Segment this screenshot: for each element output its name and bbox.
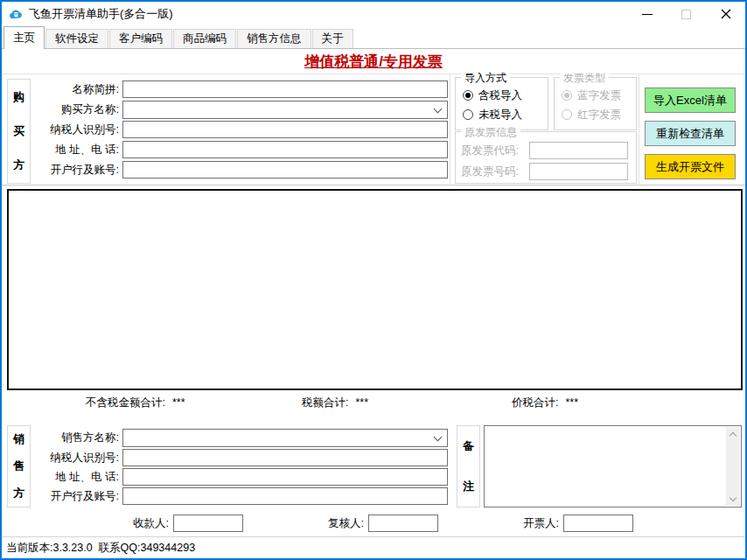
scroll-up-icon[interactable] bbox=[726, 427, 740, 441]
invoice-type-groupbox: 发票类型 蓝字发票 红字发票 bbox=[554, 77, 637, 130]
remark-side-label: 备 注 bbox=[457, 425, 480, 508]
seller-name-label: 销售方名称: bbox=[35, 429, 119, 446]
total-with-tax-label: 价税合计: bbox=[512, 396, 558, 409]
minimize-icon bbox=[642, 14, 653, 15]
total-tax-value: *** bbox=[355, 396, 368, 409]
buyer-bank-input[interactable] bbox=[122, 161, 448, 178]
radio-unchecked-disabled-icon bbox=[562, 109, 572, 120]
status-bar: 当前版本:3.3.23.0 联系QQ:349344293 bbox=[2, 536, 745, 558]
original-invoice-code-input bbox=[529, 142, 628, 159]
tab-about[interactable]: 关于 bbox=[312, 29, 353, 48]
remark-textarea[interactable] bbox=[484, 425, 742, 508]
page-title: 增值税普通/专用发票 bbox=[2, 52, 745, 72]
reviewer-input[interactable] bbox=[368, 514, 438, 532]
invoice-type-title: 发票类型 bbox=[560, 71, 609, 86]
tab-software-settings[interactable]: 软件设定 bbox=[45, 29, 108, 48]
close-button[interactable] bbox=[706, 2, 745, 26]
window-controls bbox=[627, 2, 745, 26]
remark-char: 注 bbox=[463, 479, 474, 494]
seller-taxid-input[interactable] bbox=[122, 449, 448, 466]
option-label: 未税导入 bbox=[478, 108, 522, 122]
buyer-taxid-input[interactable] bbox=[122, 121, 448, 138]
seller-char: 方 bbox=[13, 486, 24, 501]
option-label: 含税导入 bbox=[478, 88, 522, 103]
buyer-char: 购 bbox=[13, 89, 24, 105]
total-ex-tax-label: 不含税金额合计: bbox=[86, 396, 165, 409]
title-bar: 飞鱼开票清单助手(多合一版) bbox=[2, 2, 745, 26]
buyer-address-label: 地 址、电 话: bbox=[35, 141, 119, 158]
original-invoice-number-label: 原发票号码: bbox=[461, 163, 519, 180]
payee-label: 收款人: bbox=[107, 514, 169, 532]
tab-customer-codes[interactable]: 客户编码 bbox=[109, 29, 172, 48]
seller-taxid-label: 纳税人识别号: bbox=[35, 449, 119, 466]
total-with-tax-value: *** bbox=[565, 396, 578, 409]
recheck-list-button[interactable]: 重新检查清单 bbox=[645, 121, 736, 146]
chevron-down-icon bbox=[434, 105, 443, 114]
original-invoice-title: 原发票信息 bbox=[461, 125, 520, 140]
drawer-input[interactable] bbox=[563, 514, 633, 532]
total-tax: 税额合计:*** bbox=[302, 396, 368, 410]
buyer-side-label: 购 买 方 bbox=[7, 79, 31, 184]
blue-invoice-option: 蓝字发票 bbox=[562, 87, 621, 104]
total-ex-tax-value: *** bbox=[172, 396, 185, 409]
import-mode-title: 导入方式 bbox=[461, 71, 510, 86]
generate-invoice-file-button[interactable]: 生成开票文件 bbox=[645, 154, 736, 179]
total-ex-tax: 不含税金额合计:*** bbox=[86, 396, 185, 410]
main-content: 增值税普通/专用发票 购 买 方 名称简拼: 购买方名称: 纳税人识别号: 地 … bbox=[2, 49, 745, 536]
seller-address-input[interactable] bbox=[122, 468, 448, 486]
buyer-bank-label: 开户行及账号: bbox=[35, 161, 119, 178]
original-invoice-code-label: 原发票代码: bbox=[461, 142, 519, 159]
seller-address-label: 地 址、电 话: bbox=[35, 468, 119, 486]
option-label: 红字发票 bbox=[577, 108, 621, 122]
invoice-list-panel[interactable] bbox=[7, 189, 743, 390]
buyer-pinyin-label: 名称简拼: bbox=[35, 80, 119, 98]
chevron-down-icon bbox=[434, 433, 443, 442]
buyer-name-combobox[interactable] bbox=[122, 101, 448, 119]
original-invoice-number-input bbox=[529, 163, 628, 180]
payee-input[interactable] bbox=[173, 514, 243, 532]
import-excel-button[interactable]: 导入Excel清单 bbox=[645, 88, 736, 113]
seller-char: 销 bbox=[13, 431, 24, 447]
option-label: 蓝字发票 bbox=[577, 88, 621, 103]
buyer-char: 方 bbox=[13, 158, 24, 173]
seller-bank-label: 开户行及账号: bbox=[35, 487, 119, 505]
radio-checked-disabled-icon bbox=[562, 90, 572, 101]
seller-char: 售 bbox=[13, 458, 24, 474]
seller-side-label: 销 售 方 bbox=[7, 425, 31, 508]
tab-home[interactable]: 主页 bbox=[3, 26, 45, 49]
version-text: 当前版本:3.3.23.0 联系QQ:349344293 bbox=[6, 541, 195, 556]
window-title: 飞鱼开票清单助手(多合一版) bbox=[29, 6, 173, 22]
red-invoice-option: 红字发票 bbox=[562, 106, 621, 123]
maximize-button bbox=[667, 2, 706, 26]
scroll-down-icon[interactable] bbox=[726, 492, 740, 506]
total-with-tax: 价税合计:*** bbox=[512, 396, 578, 410]
total-tax-label: 税额合计: bbox=[302, 396, 348, 409]
radio-checked-icon bbox=[463, 90, 473, 101]
buyer-name-label: 购买方名称: bbox=[35, 101, 119, 118]
import-mode-groupbox: 导入方式 含税导入 未税导入 bbox=[455, 77, 548, 130]
buyer-char: 买 bbox=[13, 123, 24, 139]
drawer-label: 开票人: bbox=[497, 514, 559, 532]
buyer-pinyin-input[interactable] bbox=[122, 80, 448, 98]
panel-divider bbox=[450, 74, 450, 186]
seller-bank-input[interactable] bbox=[122, 487, 448, 505]
tab-product-codes[interactable]: 商品编码 bbox=[173, 29, 236, 48]
tab-bar: 主页 软件设定 客户编码 商品编码 销售方信息 关于 bbox=[2, 26, 745, 49]
import-without-tax-option[interactable]: 未税导入 bbox=[463, 106, 522, 123]
original-invoice-groupbox: 原发票信息 原发票代码: 原发票号码: bbox=[455, 131, 637, 184]
buyer-taxid-label: 纳税人识别号: bbox=[35, 121, 119, 138]
tab-seller-info[interactable]: 销售方信息 bbox=[237, 29, 311, 48]
remark-char: 备 bbox=[463, 438, 474, 454]
maximize-icon bbox=[681, 10, 691, 19]
seller-name-combobox[interactable] bbox=[122, 429, 448, 447]
reviewer-label: 复核人: bbox=[302, 514, 364, 532]
app-window: 飞鱼开票清单助手(多合一版) 主页 软件设定 客户编码 商品编码 销售方信息 关… bbox=[0, 0, 747, 560]
remark-scrollbar[interactable] bbox=[726, 427, 740, 506]
import-with-tax-option[interactable]: 含税导入 bbox=[463, 87, 522, 104]
minimize-button[interactable] bbox=[627, 2, 667, 26]
buyer-address-input[interactable] bbox=[122, 141, 448, 158]
close-icon bbox=[721, 9, 731, 19]
panel-divider bbox=[639, 74, 639, 186]
radio-unchecked-icon bbox=[463, 109, 473, 120]
cloud-app-icon bbox=[9, 7, 24, 22]
